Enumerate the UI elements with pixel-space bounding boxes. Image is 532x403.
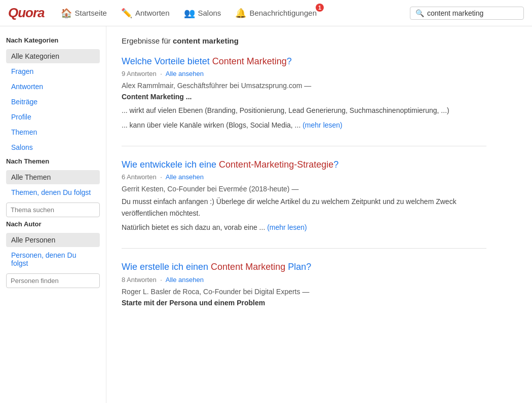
sidebar: Nach Kategorien Alle Kategorien Fragen A…	[0, 26, 106, 403]
search-icon: 🔍	[415, 9, 424, 17]
sidebar-item-antworten[interactable]: Antworten	[6, 79, 100, 94]
sidebar-item-salons[interactable]: Salons	[6, 140, 100, 154]
result-title-2[interactable]: Wie entwickele ich eine Content-Marketin…	[122, 158, 486, 171]
quora-logo[interactable]: Quora	[8, 5, 45, 21]
page-layout: Nach Kategorien Alle Kategorien Fragen A…	[0, 26, 532, 403]
themen-title: Nach Themen	[6, 157, 100, 165]
nav-benachrichtigungen[interactable]: 🔔 1 Benachrichtigungen	[229, 5, 323, 22]
nav-antworten-label: Antworten	[135, 9, 170, 17]
kategorien-title: Nach Kategorien	[6, 36, 100, 44]
title-highlight-3: Content Marketing	[211, 262, 285, 272]
nav-antworten[interactable]: ✏️ Antworten	[115, 5, 176, 22]
nav-salons[interactable]: 👥 Salons	[178, 5, 227, 22]
result-para-2a: Du musst einfach anfangen :) Überlege di…	[122, 196, 486, 219]
see-all-link-1[interactable]: Alle ansehen	[166, 70, 204, 77]
result-para-1a: ... wirkt auf vielen Ebenen (Branding, P…	[122, 105, 486, 116]
result-title-3[interactable]: Wie erstelle ich einen Content Marketing…	[122, 261, 486, 273]
result-meta-2: 6 Antworten · Alle ansehen	[122, 173, 486, 181]
mehr-lesen-2[interactable]: (mehr lesen)	[267, 223, 307, 231]
answers-count-2: 6 Antworten	[122, 173, 157, 181]
result-meta-1: 9 Antworten · Alle ansehen	[122, 70, 486, 77]
see-all-link-3[interactable]: Alle ansehen	[166, 276, 204, 284]
nav-benachrichtigungen-label: Benachrichtigungen	[249, 9, 317, 17]
edit-icon: ✏️	[121, 8, 132, 19]
sidebar-item-personen-folge[interactable]: Personen, denen Du folgst	[6, 248, 100, 270]
title-highlight-2: Content-Marketing-Strategie	[219, 159, 333, 170]
sidebar-item-themen[interactable]: Themen	[6, 125, 100, 139]
result-item: Wie entwickele ich eine Content-Marketin…	[122, 158, 486, 249]
personen-finden-input[interactable]	[6, 273, 100, 288]
nav-startseite[interactable]: 🏠 Startseite	[55, 5, 113, 22]
header: Quora 🏠 Startseite ✏️ Antworten 👥 Salons…	[0, 0, 532, 26]
result-item: Wie erstelle ich einen Content Marketing…	[122, 261, 486, 323]
nav-startseite-label: Startseite	[75, 9, 107, 17]
result-meta-3: 8 Antworten · Alle ansehen	[122, 276, 486, 284]
sidebar-item-fragen[interactable]: Fragen	[6, 64, 100, 78]
nav-salons-label: Salons	[198, 9, 221, 17]
bell-icon: 🔔	[235, 8, 246, 19]
sidebar-item-profile[interactable]: Profile	[6, 110, 100, 124]
results-query: content marketing	[173, 36, 239, 45]
result-author-1: Alex Rammlmair, Geschäftsführer bei Umsa…	[122, 82, 486, 90]
separator-2: ·	[160, 173, 162, 181]
title-highlight-1: Content Marketing	[212, 56, 287, 66]
results-prefix: Ergebnisse für	[122, 36, 173, 45]
answers-count-3: 8 Antworten	[122, 276, 157, 284]
title-text-2: Wie entwickele ich eine	[122, 159, 219, 170]
salons-icon: 👥	[184, 8, 195, 19]
title-text-2b: ?	[333, 159, 338, 170]
title-text-3b: Plan?	[285, 262, 311, 272]
autor-title: Nach Autor	[6, 220, 100, 228]
notification-badge: 1	[316, 4, 324, 12]
search-box: 🔍	[410, 7, 524, 20]
result-author-3: Roger L. Basler de Roca, Co-Founder bei …	[122, 288, 486, 296]
sidebar-item-alle-kategorien[interactable]: Alle Kategorien	[6, 49, 100, 63]
result-para-2b: Natürlich bietet es sich dazu an, vorab …	[122, 222, 486, 233]
answers-count-1: 9 Antworten	[122, 70, 157, 77]
title-text-3: Wie erstelle ich einen	[122, 262, 211, 272]
result-para-1b: ... kann über viele Kanäle wirken (Blogs…	[122, 119, 486, 131]
result-item: Welche Vorteile bietet Content Marketing…	[122, 55, 486, 146]
result-para-2b-text: Natürlich bietet es sich dazu an, vorab …	[122, 223, 267, 231]
thema-suchen-input[interactable]	[6, 203, 100, 217]
sidebar-item-alle-personen[interactable]: Alle Personen	[6, 233, 100, 247]
search-input[interactable]	[427, 9, 518, 17]
title-text-1b: ?	[287, 56, 292, 66]
main-nav: 🏠 Startseite ✏️ Antworten 👥 Salons 🔔 1 B…	[55, 5, 406, 22]
separator-1: ·	[160, 70, 162, 77]
home-icon: 🏠	[61, 8, 72, 19]
sidebar-item-beitraege[interactable]: Beiträge	[6, 95, 100, 109]
result-para-1b-text: ... kann über viele Kanäle wirken (Blogs…	[122, 121, 302, 129]
separator-3: ·	[160, 276, 162, 284]
sidebar-item-alle-themen[interactable]: Alle Themen	[6, 170, 100, 184]
sidebar-item-themen-folge[interactable]: Themen, denen Du folgst	[6, 185, 100, 199]
mehr-lesen-1[interactable]: (mehr lesen)	[302, 121, 343, 129]
result-title-1[interactable]: Welche Vorteile bietet Content Marketing…	[122, 55, 486, 68]
result-bold-3: Starte mit der Persona und einem Problem	[122, 299, 486, 307]
title-text-1: Welche Vorteile bietet	[122, 56, 212, 66]
results-header: Ergebnisse für content marketing	[122, 36, 486, 45]
result-author-2: Gerrit Kesten, Co-Founder bei Evermée (2…	[122, 185, 486, 193]
see-all-link-2[interactable]: Alle ansehen	[166, 173, 204, 181]
main-content: Ergebnisse für content marketing Welche …	[106, 26, 502, 403]
result-bold-1: Content Marketing ...	[122, 93, 486, 101]
